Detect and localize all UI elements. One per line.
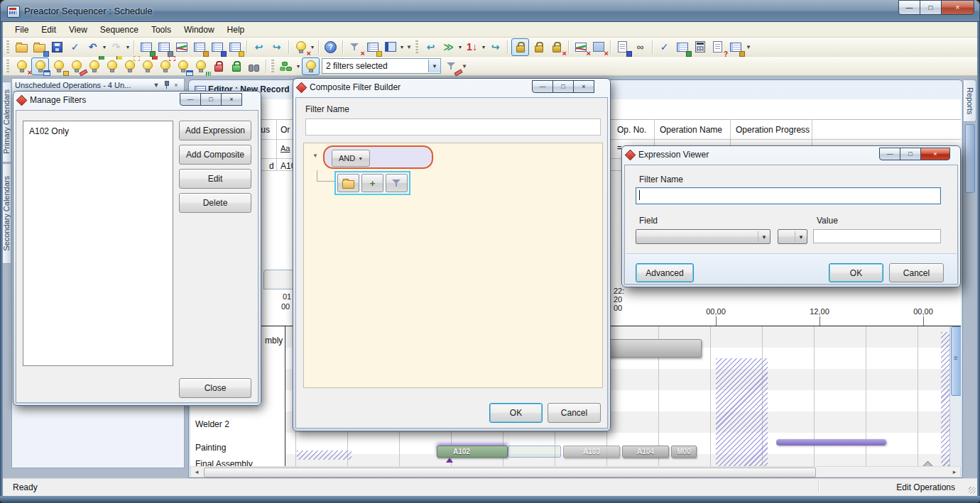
filter-order[interactable]: Aa — [281, 144, 290, 153]
gantt-bar-ghost[interactable] — [508, 446, 561, 458]
unlock-icon[interactable] — [530, 39, 547, 55]
resource-label-partial[interactable]: mbly — [265, 336, 283, 346]
step-forward-icon[interactable]: ≫ — [440, 39, 457, 55]
pin-icon[interactable] — [161, 80, 171, 90]
chart-view-icon[interactable] — [173, 39, 190, 55]
lock-red-icon[interactable] — [210, 58, 227, 74]
close-button[interactable]: × — [573, 80, 594, 93]
cancel-button[interactable]: Cancel — [889, 263, 944, 282]
edit-button[interactable]: Edit — [179, 169, 251, 189]
add-expression-button[interactable]: Add Expression — [179, 121, 251, 140]
help-icon[interactable]: ? — [322, 39, 339, 55]
close-dialog-button[interactable]: Close — [179, 378, 251, 398]
lock-icon[interactable] — [511, 38, 529, 56]
and-operator-dropdown[interactable]: AND▼ — [332, 150, 370, 167]
menu-tools[interactable]: Tools — [145, 23, 178, 36]
filter-name-input[interactable] — [636, 187, 941, 204]
menu-edit[interactable]: Edit — [35, 23, 62, 36]
clear-chart-icon[interactable]: × — [572, 39, 589, 55]
maximize-button[interactable]: □ — [920, 0, 942, 15]
column-view-icon[interactable] — [156, 39, 172, 55]
filters-selected-combo[interactable]: 2 filters selected ▼ — [322, 58, 441, 74]
filter-flag-yellow-outline-icon[interactable] — [121, 58, 138, 74]
tree-select-dropdown[interactable]: ▼ — [295, 58, 301, 74]
table-view-icon[interactable] — [138, 39, 154, 55]
scroll-left-arrow[interactable]: ◂ — [191, 467, 202, 477]
ok-button[interactable]: OK — [829, 263, 883, 282]
filter-brush-icon[interactable] — [68, 58, 85, 74]
filter-flag-red-outline-icon[interactable] — [157, 58, 173, 74]
resource-label-final-assembly[interactable]: Final Assembly — [195, 459, 253, 466]
undo-dropdown[interactable]: ▼ — [102, 39, 107, 55]
resource-label-painting[interactable]: Painting — [195, 443, 226, 453]
minimize-button[interactable]: — — [180, 93, 201, 106]
lock-green-icon[interactable] — [228, 58, 244, 74]
close-button[interactable]: × — [920, 148, 950, 160]
apply-icon[interactable]: ✓ — [656, 39, 673, 55]
minimize-button[interactable]: — — [532, 80, 553, 93]
menu-file[interactable]: File — [9, 23, 35, 36]
redo-sequence-icon[interactable]: ↪ — [268, 39, 285, 55]
right-scrollbar[interactable] — [965, 124, 975, 193]
value-input[interactable] — [813, 229, 941, 243]
edit-notes-icon[interactable] — [614, 39, 631, 55]
ok-button[interactable]: OK — [489, 403, 543, 423]
chevron-down-icon[interactable]: ▼ — [151, 82, 161, 89]
resource-label-welder2[interactable]: Welder 2 — [195, 419, 229, 429]
dialog-title-bar[interactable]: Composite Filter Builder — [298, 82, 401, 92]
add-composite-button[interactable]: Add Composite — [179, 145, 251, 165]
gantt-bar-a102[interactable]: A102 — [437, 446, 508, 458]
maximize-button[interactable]: □ — [900, 148, 921, 160]
filter-list-item[interactable]: A102 Only — [29, 126, 69, 136]
column-header-order-partial[interactable]: Or — [281, 125, 290, 135]
dialog-title-bar[interactable]: Expression Viewer — [626, 150, 709, 160]
move-later-icon[interactable]: ↪ — [487, 39, 503, 55]
title-bar[interactable]: Preactor Sequencer : Schedule — □ × — [0, 0, 980, 22]
remove-filter-icon[interactable]: × — [347, 39, 363, 55]
and-node[interactable]: AND▼ — [323, 145, 433, 169]
remove-lock-icon[interactable]: × — [548, 39, 565, 55]
field-view-icon[interactable] — [227, 39, 243, 55]
edit-grid-icon[interactable] — [727, 39, 744, 55]
dialog-title-bar[interactable]: Manage Filters — [18, 95, 86, 105]
confirm-icon[interactable]: ✓ — [67, 39, 83, 55]
move-earlier-icon[interactable]: ↩ — [423, 39, 439, 55]
query-doc-icon[interactable]: ? — [709, 39, 726, 55]
minimize-button[interactable]: — — [879, 148, 900, 160]
advanced-button[interactable]: Advanced — [636, 263, 694, 282]
window-switch-dropdown[interactable]: ▼ — [399, 39, 405, 55]
filter-wipe-icon[interactable] — [443, 58, 459, 74]
operator-combo[interactable]: ▼ — [778, 229, 807, 244]
close-button[interactable]: × — [941, 0, 974, 15]
gantt-bar-a104[interactable]: A104 — [622, 446, 669, 458]
apply-grid-icon[interactable] — [674, 39, 690, 55]
filter-toolbar-overflow-icon[interactable]: ▼ — [460, 63, 469, 70]
delete-button[interactable]: Delete — [179, 193, 251, 213]
filter-name-input[interactable] — [305, 118, 601, 136]
export-grid-icon[interactable] — [31, 39, 48, 55]
add-composite-node-button[interactable] — [386, 174, 408, 192]
unschedule-icon[interactable]: × — [590, 39, 606, 55]
column-header-op-no[interactable]: Op. No. — [617, 125, 646, 135]
gantt-vertical-scrollbar[interactable] — [949, 326, 961, 466]
cancel-button[interactable]: Cancel — [548, 403, 601, 423]
open-icon[interactable] — [13, 39, 30, 55]
filter-window-icon[interactable] — [31, 57, 49, 75]
maximize-button[interactable]: □ — [552, 80, 574, 93]
calculator-icon[interactable] — [692, 39, 708, 55]
gantt-horizontal-scrollbar[interactable]: ◂ ▸ — [190, 466, 961, 477]
filter-bulb-icon[interactable] — [302, 57, 320, 75]
undo-sequence-icon[interactable]: ↩ — [251, 39, 267, 55]
open-filter-button[interactable] — [337, 174, 359, 192]
cell-status-partial[interactable]: d — [269, 161, 274, 171]
scrollbar-thumb[interactable] — [951, 326, 961, 396]
infinite-capacity-icon[interactable]: ∞ — [632, 39, 648, 55]
minimize-button[interactable]: — — [898, 0, 920, 15]
clear-highlight-icon[interactable]: × — [293, 39, 309, 55]
scroll-right-arrow[interactable]: ▸ — [949, 467, 960, 477]
window-switch-icon[interactable] — [382, 39, 398, 55]
filter-flag-yellow-icon[interactable] — [104, 58, 120, 74]
column-header-operation-name[interactable]: Operation Name — [660, 125, 722, 135]
scrollbar-thumb[interactable] — [204, 468, 816, 477]
filter-window-alt-icon[interactable] — [175, 58, 191, 74]
